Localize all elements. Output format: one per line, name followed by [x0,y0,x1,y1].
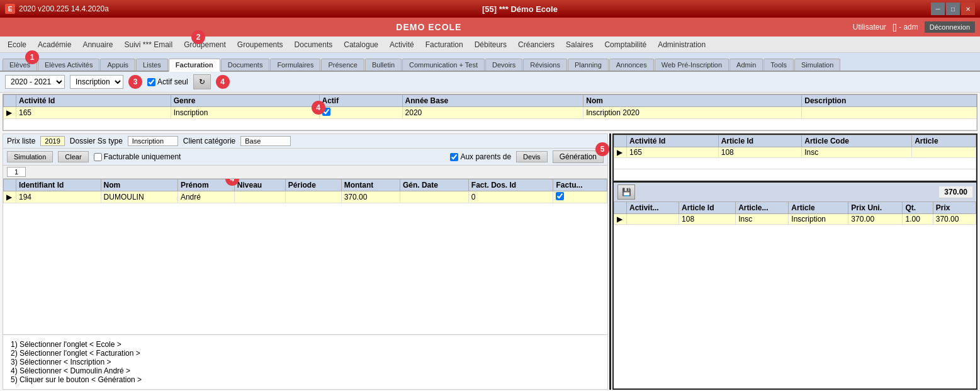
minimize-button[interactable]: ─ [931,3,945,15]
left-panel: Prix liste 2019 Dossier Ss type Inscript… [3,133,608,390]
menu-catalogue[interactable]: Catalogue [339,39,383,50]
tab-planning[interactable]: Planning [568,59,609,71]
col-nom2: Nom [101,179,177,191]
menu-annuaire[interactable]: Annuaire [77,39,118,50]
menu-academie[interactable]: Académie [33,39,76,50]
menu-documents[interactable]: Documents [290,39,338,50]
row-prenom: André [177,191,234,203]
total-display: 370.00 [939,186,972,198]
row-prix-uni: 370.00 [848,214,903,225]
row-niveau [234,191,285,203]
menu-comptabilite[interactable]: Comptabilité [599,39,651,50]
row-activite-id: 165 [16,107,171,119]
tab-eleves[interactable]: Elèves 1 [3,59,37,71]
close-button[interactable]: ✕ [961,3,975,15]
client-categorie-label: Client catégorie [183,137,235,145]
instruction-line-2: 2) Sélectionner l'onglet < Facturation > [11,349,600,358]
simulation-button[interactable]: Simulation [7,151,53,162]
badge-4a: 4 [216,75,230,89]
col-article-code-rb: Article... [736,202,789,214]
tab-documents[interactable]: Documents [221,59,270,71]
menu-creanciers[interactable]: Créanciers [513,39,560,50]
row-gen-date [400,191,468,203]
right-bottom: 💾 370.00 Activit... Article Id Article..… [614,183,976,388]
user-label: Utilisateur [853,23,886,31]
right-top-table: Activité Id Article Id Article Code Arti… [614,135,976,181]
page-number-input[interactable] [7,167,26,177]
row-description [802,107,977,119]
table-row[interactable]: ▶ 165 108 Insc [614,147,976,158]
tab-facturation[interactable]: Facturation [169,59,220,72]
tab-annonces[interactable]: Annonces [609,59,654,71]
col-periode: Période [285,179,341,191]
col-prix-uni: Prix Uni. [848,202,903,214]
tab-tools[interactable]: Tools [763,59,794,71]
menu-groupements[interactable]: Groupements [232,39,288,50]
instruction-line-4: 4) Sélectionner < Dumoulin André > [11,366,600,375]
col-qt: Qt. [903,202,933,214]
col-article-rb: Article [789,202,848,214]
save-button[interactable]: 💾 [617,184,635,200]
menu-facturation[interactable]: Facturation [420,39,468,50]
vertical-divider[interactable] [609,133,611,390]
bottom-filter-strip: Prix liste 2019 Dossier Ss type Inscript… [3,134,607,149]
maximize-button[interactable]: □ [946,3,960,15]
save-icon: 💾 [622,188,631,196]
col-article-code-r: Article Code [802,135,912,147]
tab-presence[interactable]: Présence [321,59,364,71]
right-panel: Activité Id Article Id Article Code Arti… [612,133,977,390]
menu-activite[interactable]: Activité [385,39,419,50]
tab-web-preinscription[interactable]: Web Pré-Inscription [655,59,729,71]
table-row-empty-r2 [614,169,976,181]
tab-eleves-activites[interactable]: Elèves Activités [38,59,99,71]
tab-admin[interactable]: Admin [729,59,763,71]
menu-groupement[interactable]: Groupement 2 [179,39,231,50]
title-bar: E 2020 v200.225 14.4.2020a [55] *** Démo… [0,0,980,18]
menu-administration[interactable]: Administration [653,39,711,50]
actif-seul-checkbox[interactable] [147,78,155,86]
tab-appuis[interactable]: Appuis [100,59,135,71]
table-row[interactable]: ▶ 194 DUMOULIN André 370.00 0 [4,191,607,203]
row-article-rb: Inscription [789,214,848,225]
tab-simulation[interactable]: Simulation [794,59,840,71]
tab-bulletin[interactable]: Bulletin [365,59,402,71]
tab-formulaires[interactable]: Formulaires [270,59,320,71]
badge-1: 1 [25,50,39,64]
facturable-checkbox[interactable] [94,153,102,161]
tab-listes[interactable]: Listes [136,59,168,71]
filter-bar: 2020 - 2021 2019 - 2020 Inscription Coti… [0,72,980,93]
col-arrow [4,95,16,107]
deconnexion-button[interactable]: Déconnexion [925,21,975,33]
factu-checkbox[interactable] [556,192,564,200]
main-menu: Ecole Académie Annuaire Suivi *** Email … [0,37,980,53]
type-select[interactable]: Inscription Cotisation [70,75,123,89]
menu-debiteurs[interactable]: Débiteurs [470,39,512,50]
row-factu [553,191,607,203]
table-row[interactable]: ▶ 108 Insc Inscription 370.00 1.00 370.0… [614,214,976,225]
devis-button[interactable]: Devis [516,151,548,162]
menu-salaires[interactable]: Salaires [561,39,598,50]
facturable-label: Facturable uniquement [104,152,181,161]
year-select[interactable]: 2020 - 2021 2019 - 2020 [5,75,65,89]
table-row[interactable]: ▶ 165 Inscription 4 2020 Inscription 202… [4,107,977,119]
tab-devoirs[interactable]: Devoirs [485,59,522,71]
clear-button[interactable]: Clear [58,151,88,162]
generation-button[interactable]: Génération 5 [553,150,604,163]
tab-communication[interactable]: Communication + Test [402,59,485,71]
top-table-container: Activité Id Genre Actif Année Base Nom D… [3,94,977,131]
tab-revisions[interactable]: Révisions [523,59,567,71]
badge-4b: 4 [312,101,325,115]
refresh-button[interactable]: ↻ [193,74,211,89]
menu-ecole[interactable]: Ecole [3,39,31,50]
table-row-empty [4,119,977,130]
menu-suivi[interactable]: Suivi *** Email [119,39,177,50]
col-activit: Activit... [627,202,679,214]
col-identifiant-id: Identifiant Id [16,179,101,191]
row-article-code-rb: Insc [736,214,789,225]
row-activit [627,214,679,225]
table-row-empty-r [614,158,976,169]
col-genre: Genre [171,95,319,107]
aux-parents-checkbox[interactable] [450,153,458,161]
col-nom: Nom [583,95,802,107]
sub-tabs: Elèves 1 Elèves Activités Appuis Listes … [0,53,980,72]
